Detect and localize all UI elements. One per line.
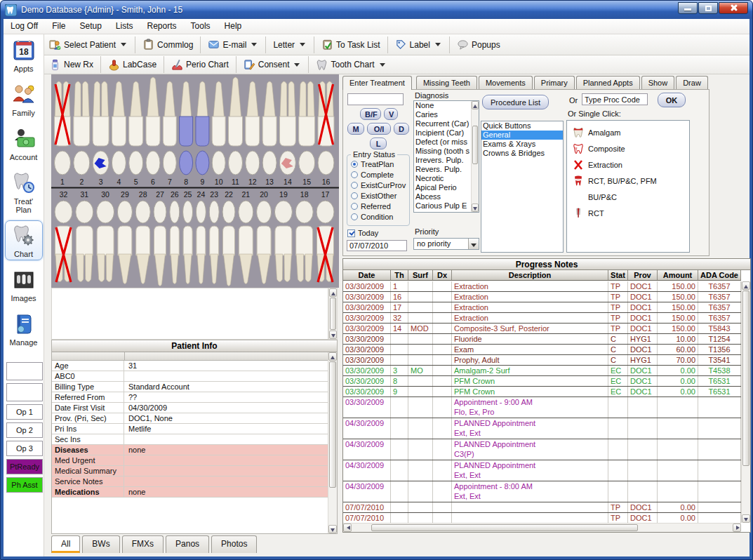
scroll-down-icon[interactable] [328,525,337,533]
tooth-1[interactable]: 1 [55,81,71,186]
progress-note-row[interactable]: 04/30/2009PLANNED AppointmentC3(P) [343,439,741,460]
surface-button-d[interactable]: D [394,123,409,135]
progress-note-row[interactable]: 04/30/2009Appointment - 8:00 AMExt, Ext [343,481,741,502]
today-checkbox[interactable] [347,229,355,237]
single-click-bu-p-c[interactable]: BU/P&C [567,189,689,205]
tooth-19[interactable]: 19 [274,190,292,282]
progress-note-row[interactable]: 03/30/200932ExtractionTPDOC1150.00T6357 [343,313,741,324]
tab-photos[interactable]: Photos [211,535,257,553]
op-button-item[interactable] [6,362,43,380]
diagnosis-scrollbar[interactable] [471,101,479,212]
tooth-14[interactable]: 14 [279,81,295,186]
diagnosis-option-incipient-car[interactable]: Incipient (Car) [414,128,471,138]
toolbar-consent[interactable]: Consent [239,57,307,73]
progress-note-row[interactable]: 07/07/2010TPDOC10.00 [343,502,741,513]
progress-notes-vscrollbar[interactable] [741,281,750,523]
diagnosis-option-defect-or-miss[interactable]: Defect (or miss [414,138,471,147]
menu-lists[interactable]: Lists [109,19,140,33]
tooth-24[interactable]: 24 [196,190,206,284]
menu-log-off[interactable]: Log Off [4,19,45,33]
chevron-down-icon[interactable] [380,63,385,69]
radio-icon[interactable] [351,182,358,189]
patient-info-scrollbar[interactable] [328,352,337,533]
column-header-amount[interactable]: Amount [658,270,698,280]
chevron-down-icon[interactable] [435,43,441,49]
diagnosis-option-caries[interactable]: Caries [414,110,471,119]
single-click-amalgam[interactable]: Amalgam [567,124,689,140]
tooth-13[interactable]: 13 [262,81,276,186]
tooth-21[interactable]: 21 [239,190,253,284]
menu-reports[interactable]: Reports [140,19,184,33]
progress-note-row[interactable]: 03/30/200917ExtractionTPDOC1150.00T6357 [343,302,741,313]
column-header-ada-code[interactable]: ADA Code [698,270,741,280]
minimize-button[interactable] [678,2,698,14]
toolbar-perio-chart[interactable]: Perio Chart [166,57,234,73]
column-header-description[interactable]: Description [452,270,608,280]
progress-note-row[interactable]: 03/30/2009ExamCDOC160.00T1356 [343,345,741,355]
tab-all[interactable]: All [51,535,80,553]
op-button-ptready[interactable]: PtReady [6,459,43,474]
diagnosis-option-irrevers-pulp[interactable]: Irrevers. Pulp. [414,156,471,165]
menu-file[interactable]: File [45,19,72,33]
tooth-10[interactable]: 10 [212,81,225,186]
radio-icon[interactable] [351,203,358,210]
diagnosis-option-missing-tooth-s[interactable]: Missing (tooth s [414,147,471,156]
toolbar-select-patient[interactable]: Select Patient [44,36,133,53]
quick-category-general[interactable]: General [481,131,563,140]
toolbar-letter[interactable]: Letter [268,36,312,53]
progress-note-row[interactable]: 03/30/20093MOAmalgam-2 SurfECDOC10.00T45… [343,366,741,376]
entry-status-option-existother[interactable]: ExistOther [347,190,409,201]
entry-status-option-existcurprov[interactable]: ExistCurProv [347,180,409,190]
tooth-chart[interactable]: 1234567891011121314151632313029282726252… [51,74,339,288]
toolbar-commlog[interactable]: Commlog [138,36,198,53]
tab-fmxs[interactable]: FMXs [122,535,164,553]
surface-button-l[interactable]: L [370,138,387,149]
tooth-23[interactable]: 23 [209,190,219,284]
progress-note-row[interactable]: 07/07/2010TPDOC10.00 [343,513,741,523]
progress-note-row[interactable]: 04/30/2009PLANNED AppointmentExt, Ext [343,460,741,481]
op-button-op-2[interactable]: Op 2 [6,422,43,438]
progress-note-row[interactable]: 04/30/2009PLANNED AppointmentExt, Ext [343,418,741,439]
tooth-18[interactable]: 18 [295,190,313,282]
column-header-surf[interactable]: Surf [408,270,433,280]
chevron-down-icon[interactable] [468,239,479,249]
ok-button[interactable]: OK [658,93,686,107]
tab-panos[interactable]: Panos [166,535,209,553]
tab-planned-appts[interactable]: Planned Appts [576,76,640,89]
column-header-date[interactable]: Date [343,270,391,280]
entry-status-option-treatplan[interactable]: TreatPlan [347,159,409,169]
progress-note-row[interactable]: 03/30/20091ExtractionTPDOC1150.00T6357 [343,281,741,292]
chart-notes-scrollbar[interactable] [328,288,338,340]
scroll-up-icon[interactable] [472,101,479,109]
chevron-down-icon[interactable] [251,43,257,49]
surface-button-m[interactable]: M [347,123,364,135]
tooth-5[interactable]: 5 [129,81,143,186]
single-click-extraction[interactable]: Extraction [567,156,689,173]
quick-category-quick-buttons[interactable]: Quick Buttons [481,121,563,131]
tooth-29[interactable]: 29 [117,190,132,284]
tooth-22[interactable]: 22 [222,190,235,286]
sidebar-item-family[interactable]: Family [5,79,43,119]
toolbar-labcase[interactable]: LabCase [103,57,161,73]
tooth-16[interactable]: 16 [318,81,334,186]
sidebar-item-images[interactable]: Images [5,265,43,305]
scroll-right-icon[interactable] [733,524,741,532]
menu-help[interactable]: Help [218,19,249,33]
scroll-down-icon[interactable] [472,204,479,212]
entry-status-option-condition[interactable]: Condition [347,211,409,222]
tooth-11[interactable]: 11 [229,77,243,186]
tooth-28[interactable]: 28 [135,190,150,284]
toolbar-popups[interactable]: Popups [452,36,505,53]
procedure-list-button[interactable]: Procedure List [482,95,549,109]
radio-icon[interactable] [351,161,358,168]
tooth-15[interactable]: 15 [299,81,315,186]
scroll-up-icon[interactable] [329,288,337,297]
maximize-button[interactable] [698,2,718,14]
tooth-6[interactable]: 6 [146,77,160,186]
toolbar-new-rx[interactable]: New Rx [44,57,98,73]
radio-icon[interactable] [351,171,358,178]
column-header-stat[interactable]: Stat [608,270,628,280]
toolbar-tooth-chart[interactable]: Tooth Chart [311,57,391,73]
scrollbar-thumb[interactable] [472,126,478,164]
progress-note-row[interactable]: 03/30/200914MODComposite-3 Surf, Posteri… [343,324,741,334]
